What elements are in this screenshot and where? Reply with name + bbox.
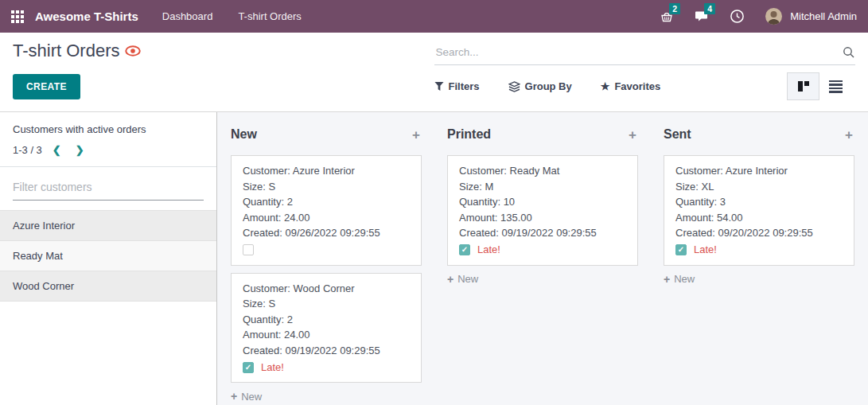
- pager-next-button[interactable]: ❯: [72, 144, 88, 156]
- top-navbar: Awesome T-Shirts Dashboard T-shirt Order…: [0, 0, 868, 33]
- kanban-board: New + Customer: Azure Interior Size: S Q…: [217, 112, 868, 405]
- search-icon[interactable]: [843, 46, 855, 59]
- plus-icon: +: [664, 273, 670, 286]
- kanban-column-printed: Printed + Customer: Ready Mat Size: M Qu…: [447, 127, 638, 286]
- menu-item-dashboard[interactable]: Dashboard: [162, 10, 213, 22]
- group-by-button[interactable]: Group By: [508, 80, 572, 92]
- user-avatar[interactable]: [765, 8, 782, 25]
- menu-item-tshirt-orders[interactable]: T-shirt Orders: [238, 10, 301, 22]
- view-switcher: [787, 72, 852, 100]
- filters-button[interactable]: Filters: [434, 80, 480, 92]
- page-title: T-shirt Orders: [13, 40, 119, 62]
- clock-icon: [730, 9, 745, 24]
- favorites-button[interactable]: ★ Favorites: [601, 80, 660, 92]
- late-checkbox[interactable]: [243, 244, 254, 255]
- quick-add-button[interactable]: + New: [231, 390, 422, 403]
- kanban-view-button[interactable]: [787, 72, 819, 100]
- list-view-icon: [829, 80, 843, 93]
- filter-customers-input[interactable]: [13, 177, 204, 201]
- card-quantity: Quantity: 2: [243, 312, 410, 328]
- card-created: Created: 09/20/2022 09:29:55: [675, 225, 843, 241]
- plus-icon: +: [447, 273, 453, 286]
- card-customer: Customer: Azure Interior: [675, 163, 843, 179]
- column-title: Sent: [664, 127, 691, 142]
- card-customer: Customer: Azure Interior: [243, 163, 410, 179]
- kanban-card[interactable]: Customer: Ready Mat Size: M Quantity: 10…: [447, 155, 638, 266]
- column-title: Printed: [447, 127, 491, 142]
- app-name[interactable]: Awesome T-Shirts: [35, 10, 138, 23]
- pager-prev-button[interactable]: ❮: [49, 144, 65, 156]
- plus-icon: +: [231, 390, 237, 403]
- pager-range: 1-3 / 3: [13, 144, 42, 156]
- kanban-view-icon: [798, 81, 809, 92]
- card-amount: Amount: 24.00: [243, 210, 410, 226]
- basket-systray-button[interactable]: 2: [660, 10, 674, 24]
- chat-systray-button[interactable]: 4: [695, 10, 709, 23]
- search-bar: [434, 41, 856, 65]
- quick-add-button[interactable]: + New: [447, 273, 638, 286]
- kanban-column-new: New + Customer: Azure Interior Size: S Q…: [231, 127, 422, 403]
- app-root: Awesome T-Shirts Dashboard T-shirt Order…: [0, 0, 868, 405]
- basket-badge: 2: [669, 3, 680, 14]
- kanban-card[interactable]: Customer: Azure Interior Size: XL Quanti…: [664, 155, 854, 266]
- user-name[interactable]: Mitchell Admin: [790, 10, 857, 22]
- card-quantity: Quantity: 2: [243, 194, 410, 210]
- card-size: Size: S: [243, 296, 410, 312]
- create-button[interactable]: CREATE: [13, 74, 80, 99]
- search-options: Filters Group By ★ Favorites: [434, 80, 661, 92]
- chat-badge: 4: [704, 3, 715, 14]
- sidebar-pager: 1-3 / 3 ❮ ❯: [13, 144, 204, 156]
- activity-systray-button[interactable]: [730, 9, 745, 24]
- list-view-button[interactable]: [819, 72, 852, 100]
- card-size: Size: M: [459, 179, 626, 195]
- customers-sidebar: Customers with active orders 1-3 / 3 ❮ ❯…: [0, 112, 217, 405]
- card-amount: Amount: 135.00: [459, 210, 626, 226]
- funnel-icon: [434, 81, 444, 92]
- navbar-menu: Dashboard T-shirt Orders: [162, 10, 302, 22]
- late-checkbox[interactable]: [675, 244, 687, 255]
- add-column-record-icon[interactable]: +: [412, 128, 420, 142]
- card-quantity: Quantity: 3: [675, 194, 843, 210]
- card-customer: Customer: Ready Mat: [459, 163, 626, 179]
- add-column-record-icon[interactable]: +: [845, 128, 853, 142]
- navbar-systray: 2 4 Mitchell Admi: [660, 8, 857, 25]
- star-icon: ★: [601, 81, 610, 92]
- card-customer: Customer: Wood Corner: [243, 281, 410, 297]
- customer-row-wood-corner[interactable]: Wood Corner: [0, 271, 216, 302]
- late-checkbox[interactable]: [243, 362, 254, 373]
- kanban-card[interactable]: Customer: Azure Interior Size: S Quantit…: [231, 155, 422, 266]
- card-amount: Amount: 24.00: [243, 327, 410, 343]
- card-created: Created: 09/19/2022 09:29:55: [243, 343, 410, 359]
- search-input[interactable]: [434, 41, 843, 63]
- kanban-column-sent: Sent + Customer: Azure Interior Size: XL…: [664, 127, 854, 286]
- card-size: Size: XL: [675, 179, 843, 195]
- quick-add-button[interactable]: + New: [664, 273, 854, 286]
- late-label: Late!: [694, 242, 717, 258]
- control-panel: T-shirt Orders CREATE: [0, 33, 868, 112]
- debug-eye-icon: [125, 45, 141, 56]
- card-created: Created: 09/26/2022 09:29:55: [243, 225, 410, 241]
- customer-list: Azure Interior Ready Mat Wood Corner: [0, 210, 216, 302]
- layers-icon: [508, 81, 520, 92]
- customer-row-azure-interior[interactable]: Azure Interior: [0, 211, 216, 241]
- late-checkbox[interactable]: [459, 244, 470, 255]
- late-label: Late!: [477, 242, 500, 258]
- customer-row-ready-mat[interactable]: Ready Mat: [0, 241, 216, 271]
- card-size: Size: S: [243, 179, 410, 195]
- late-label: Late!: [261, 360, 284, 376]
- column-title: New: [231, 127, 257, 142]
- avatar-image: [765, 8, 782, 25]
- card-quantity: Quantity: 10: [459, 194, 626, 210]
- card-created: Created: 09/19/2022 09:29:55: [459, 225, 626, 241]
- sidebar-heading: Customers with active orders: [13, 123, 204, 135]
- apps-menu-icon[interactable]: [11, 10, 24, 23]
- kanban-card[interactable]: Customer: Wood Corner Size: S Quantity: …: [231, 273, 422, 384]
- add-column-record-icon[interactable]: +: [629, 128, 636, 142]
- card-amount: Amount: 54.00: [675, 210, 843, 226]
